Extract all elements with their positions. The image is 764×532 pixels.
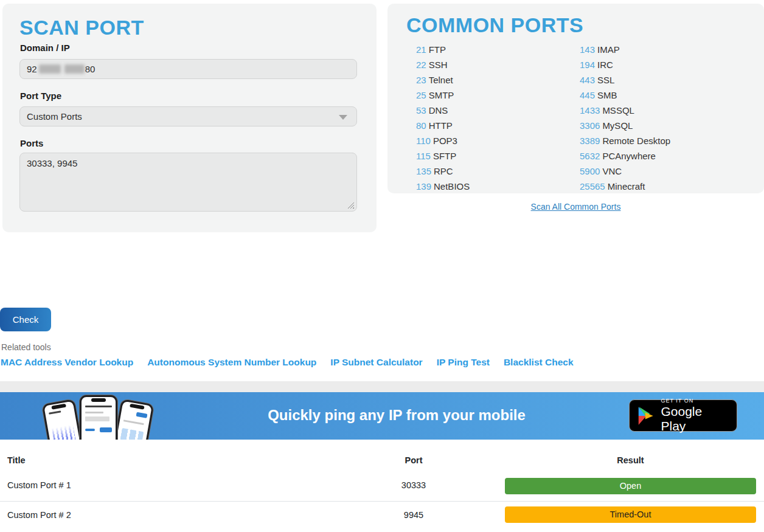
ports-label: Ports bbox=[20, 138, 43, 148]
domain-ip-label: Domain / IP bbox=[20, 43, 70, 53]
row-divider bbox=[0, 501, 764, 502]
google-play-get-it-on: GET IT ON bbox=[661, 398, 730, 404]
port-item[interactable]: 23Telnet bbox=[416, 72, 470, 88]
scan-port-panel: SCAN PORT Domain / IP 9280 Port Type Cus… bbox=[2, 4, 377, 232]
screen-input bbox=[85, 416, 109, 421]
port-type-selected-value: Custom Ports bbox=[27, 111, 82, 122]
domain-ip-value-prefix: 92 bbox=[27, 60, 37, 78]
port-item[interactable]: 1433MSSQL bbox=[580, 103, 670, 118]
google-play-badge[interactable]: GET IT ON Google Play bbox=[629, 399, 737, 432]
resize-handle-icon[interactable] bbox=[347, 202, 354, 209]
scan-port-title: SCAN PORT bbox=[19, 16, 144, 40]
scan-all-wrapper: Scan All Common Ports bbox=[387, 201, 764, 212]
domain-ip-value-suffix: 80 bbox=[85, 60, 96, 78]
port-item[interactable]: 22SSH bbox=[416, 57, 470, 72]
page: SCAN PORT Domain / IP 9280 Port Type Cus… bbox=[0, 0, 764, 532]
link-ip-ping-test[interactable]: IP Ping Test bbox=[437, 357, 490, 368]
port-item[interactable]: 53DNS bbox=[416, 103, 470, 118]
port-item[interactable]: 25565Minecraft bbox=[580, 179, 670, 194]
port-item[interactable]: 194IRC bbox=[580, 57, 670, 72]
status-badge-timed-out: Timed-Out bbox=[505, 506, 756, 523]
phone-notch bbox=[91, 398, 106, 402]
results-table: Title Port Result Custom Port # 1 30333 … bbox=[0, 440, 764, 532]
common-ports-right-column: 143IMAP 194IRC 443SSL 445SMB 1433MSSQL 3… bbox=[580, 42, 670, 194]
screen-button bbox=[100, 427, 112, 432]
port-item[interactable]: 3389Remote Desktop bbox=[580, 133, 670, 148]
phone-mockup-center bbox=[80, 395, 117, 440]
port-type-label: Port Type bbox=[20, 91, 61, 101]
screen-button bbox=[85, 429, 95, 431]
google-play-text: GET IT ON Google Play bbox=[661, 398, 730, 434]
port-item[interactable]: 110POP3 bbox=[416, 133, 470, 148]
port-item[interactable]: 135RPC bbox=[416, 164, 470, 179]
related-tools-links: MAC Address Vendor Lookup Autonomous Sys… bbox=[1, 357, 574, 368]
screen-chips bbox=[120, 428, 144, 440]
port-item[interactable]: 443SSL bbox=[580, 72, 670, 88]
port-item[interactable]: 21FTP bbox=[416, 42, 470, 57]
port-item[interactable]: 25SMTP bbox=[416, 88, 470, 103]
link-asn-lookup[interactable]: Autonomous System Number Lookup bbox=[147, 357, 316, 368]
column-header-result: Result bbox=[505, 455, 756, 465]
port-type-select[interactable]: Custom Ports bbox=[19, 106, 357, 126]
common-ports-title: COMMON PORTS bbox=[406, 13, 583, 37]
column-header-port: Port bbox=[377, 455, 450, 465]
screen-bar-chart bbox=[52, 424, 77, 440]
table-row-port: 30333 bbox=[377, 480, 450, 490]
mobile-app-banner: Quickly ping any IP from your mobile GET… bbox=[0, 392, 764, 440]
status-badge-open: Open bbox=[505, 478, 756, 494]
domain-ip-input[interactable]: 9280 bbox=[19, 59, 357, 79]
table-row-title: Custom Port # 1 bbox=[7, 480, 71, 490]
check-button[interactable]: Check bbox=[0, 308, 51, 331]
related-tools-label: Related tools bbox=[1, 342, 51, 352]
table-row-port: 9945 bbox=[377, 510, 450, 520]
port-item[interactable]: 80HTTP bbox=[416, 118, 470, 133]
port-item[interactable]: 5900VNC bbox=[580, 164, 670, 179]
link-mac-address-vendor-lookup[interactable]: MAC Address Vendor Lookup bbox=[1, 357, 133, 368]
google-play-icon bbox=[637, 406, 655, 426]
screen-line bbox=[85, 406, 112, 407]
column-header-title: Title bbox=[7, 455, 26, 465]
link-ip-subnet-calculator[interactable]: IP Subnet Calculator bbox=[330, 357, 422, 368]
port-item[interactable]: 139NetBIOS bbox=[416, 179, 470, 194]
google-play-label: Google Play bbox=[661, 404, 730, 434]
chevron-down-icon bbox=[339, 115, 347, 120]
ports-textarea[interactable]: 30333, 9945 bbox=[19, 153, 357, 212]
redacted-ip-segment bbox=[64, 64, 85, 74]
table-row-title: Custom Port # 2 bbox=[7, 510, 71, 520]
port-item[interactable]: 115SFTP bbox=[416, 148, 470, 164]
port-item[interactable]: 5632PCAnywhere bbox=[580, 148, 670, 164]
screen-line bbox=[85, 412, 103, 413]
scan-all-common-ports-link[interactable]: Scan All Common Ports bbox=[531, 202, 621, 212]
link-blacklist-check[interactable]: Blacklist Check bbox=[504, 357, 574, 368]
port-item[interactable]: 3306MySQL bbox=[580, 118, 670, 133]
ports-value: 30333, 9945 bbox=[27, 158, 77, 168]
section-divider-strip bbox=[0, 381, 764, 392]
redacted-ip-segment bbox=[39, 64, 61, 74]
common-ports-left-column: 21FTP 22SSH 23Telnet 25SMTP 53DNS 80HTTP… bbox=[416, 42, 470, 194]
port-item[interactable]: 445SMB bbox=[580, 88, 670, 103]
common-ports-panel: COMMON PORTS 21FTP 22SSH 23Telnet 25SMTP… bbox=[387, 4, 764, 193]
port-item[interactable]: 143IMAP bbox=[580, 42, 670, 57]
